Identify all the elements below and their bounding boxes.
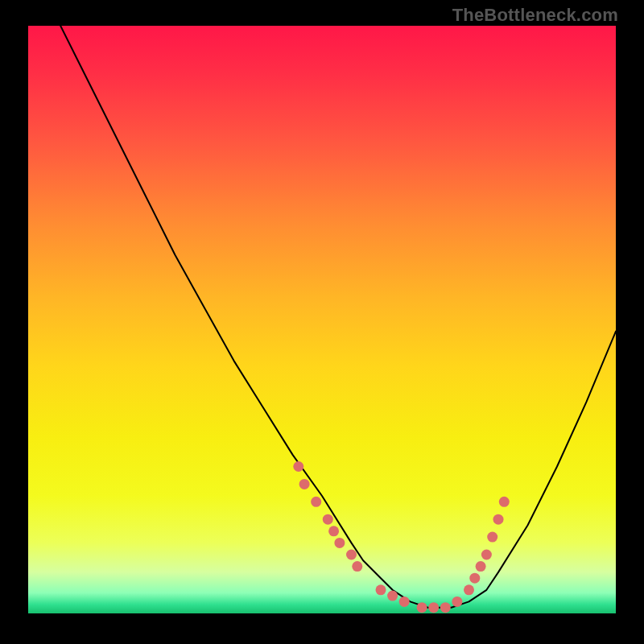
right-marker-band-dot xyxy=(499,497,510,507)
left-marker-band-dot xyxy=(323,514,333,525)
left-marker-band-dot xyxy=(299,479,310,489)
right-marker-band-dot xyxy=(493,514,504,525)
left-marker-band-dot xyxy=(311,497,321,507)
bottleneck-curve xyxy=(28,26,616,613)
bottom-marker-band-dot xyxy=(387,591,398,601)
left-marker-band-dot xyxy=(352,561,362,572)
left-marker-band-dot xyxy=(293,461,303,472)
right-marker-band-dot xyxy=(481,550,492,560)
bottom-marker-band-dot xyxy=(399,597,410,607)
left-marker-band-dot xyxy=(328,526,339,536)
watermark-text: TheBottleneck.com xyxy=(452,5,618,26)
right-marker-band-dot xyxy=(464,584,474,595)
bottom-marker-band-dot xyxy=(417,602,427,613)
chart-frame: TheBottleneck.com xyxy=(0,0,644,644)
right-marker-band-dot xyxy=(487,532,497,543)
bottom-marker-band-dot xyxy=(376,584,386,595)
bottom-marker-band-dot xyxy=(440,602,451,613)
right-marker-band-dot xyxy=(469,573,480,584)
bottom-marker-band-dot xyxy=(452,597,462,607)
left-marker-band-dot xyxy=(346,550,357,560)
bottom-marker-band-dot xyxy=(428,602,439,613)
right-marker-band-dot xyxy=(476,561,486,572)
left-marker-band-dot xyxy=(334,538,345,548)
plot-area xyxy=(28,26,616,613)
